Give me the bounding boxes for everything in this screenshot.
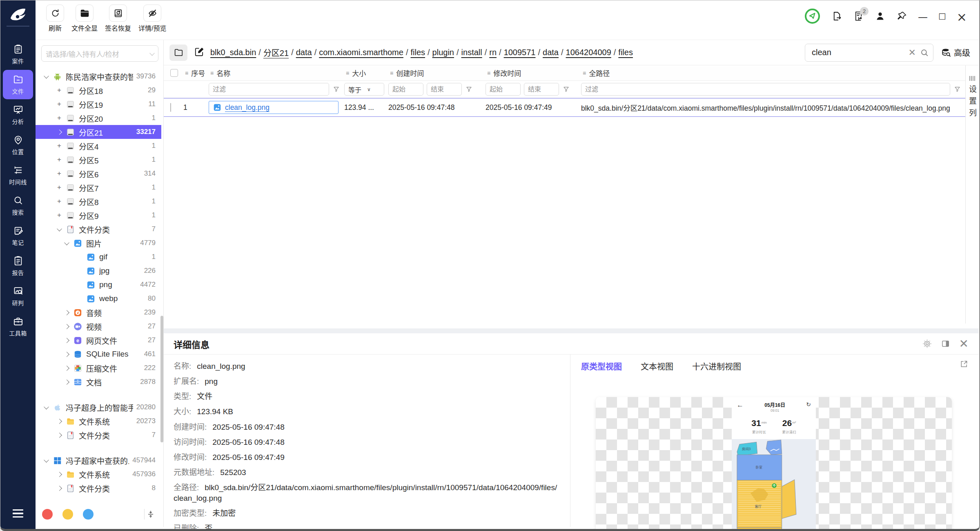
column-header-全路径[interactable]: ≡全路径 [581, 68, 965, 78]
file-name-cell[interactable]: clean_log.png [209, 101, 339, 114]
red-dot-button[interactable] [42, 509, 53, 520]
panel-toggle-icon[interactable] [941, 339, 950, 348]
open-external-icon[interactable] [959, 359, 969, 370]
breadcrumb-segment[interactable]: files [410, 48, 425, 57]
close-detail-icon[interactable]: ✕ [959, 338, 969, 350]
breadcrumb-segment[interactable]: install [461, 48, 482, 57]
sidebar-item-时间线[interactable]: 时间线 [3, 161, 33, 190]
select-all-checkbox[interactable] [170, 69, 178, 77]
chevron-right-icon[interactable] [63, 325, 70, 328]
sidebar-item-位置[interactable]: 位置 [3, 130, 33, 160]
tree-node-jpg[interactable]: jpg226 [36, 264, 161, 278]
sidebar-item-报告[interactable]: 报告 [3, 251, 33, 281]
tree-node-网页文件[interactable]: e网页文件27 [36, 333, 161, 347]
breadcrumb-segment[interactable]: blk0_sda.bin [210, 48, 256, 57]
filter-funnel-icon[interactable] [953, 85, 961, 93]
filter-funnel-icon[interactable] [562, 85, 570, 93]
breadcrumb-segment[interactable]: 1009571 [504, 48, 536, 57]
tree-node-压缩文件[interactable]: 压缩文件222 [36, 361, 161, 375]
chevron-right-icon[interactable] [63, 339, 70, 342]
modified-start-input[interactable] [486, 83, 521, 96]
sidebar-item-文件[interactable]: 文件 [3, 70, 33, 99]
tree-node-分区18[interactable]: +分区1829 [36, 83, 161, 97]
toolbar-button-签名恢复[interactable]: 签名恢复 [105, 4, 131, 33]
table-row[interactable]: 1clean_log.png123.94 ...2025-05-16 09:47… [164, 98, 965, 117]
chevron-down-icon[interactable] [63, 241, 70, 245]
breadcrumb-segment[interactable]: plugin [432, 48, 454, 57]
clear-search-icon[interactable]: ✕ [909, 47, 916, 58]
report-review-icon[interactable]: 2 [853, 11, 864, 23]
filter-funnel-icon[interactable] [465, 85, 473, 93]
chevron-right-icon[interactable] [56, 486, 62, 490]
tree-node-文件分类[interactable]: 文件分类8 [36, 481, 161, 495]
tree-node-分区7[interactable]: +分区71 [36, 181, 161, 194]
sidebar-item-案件[interactable]: 案件 [3, 40, 33, 69]
search-input[interactable] [811, 47, 909, 58]
gear-icon[interactable] [922, 339, 932, 348]
expand-plus-icon[interactable]: + [56, 86, 62, 94]
tree-node-文件分类[interactable]: 文件分类7 [36, 222, 161, 236]
owner-select[interactable]: 请选择/输入持有人/检材 [41, 45, 158, 62]
filter-funnel-icon[interactable] [332, 85, 340, 93]
sidebar-item-工具箱[interactable]: 工具箱 [3, 312, 33, 341]
tree-node-gif[interactable]: gif1 [36, 250, 161, 264]
sidebar-item-搜索[interactable]: 搜索 [3, 191, 33, 220]
chevron-down-icon[interactable] [43, 406, 49, 409]
export-file-icon[interactable] [831, 11, 842, 23]
column-header-大小[interactable]: ≡大小 [344, 68, 388, 78]
sidebar-item-笔记[interactable]: 笔记 [3, 221, 33, 250]
expand-plus-icon[interactable]: + [56, 211, 62, 219]
expand-plus-icon[interactable]: + [56, 100, 62, 108]
modified-end-input[interactable] [524, 83, 559, 96]
user-icon[interactable] [875, 11, 886, 23]
sidebar-item-研判[interactable]: 研判 [3, 281, 33, 311]
notify-green-icon[interactable] [804, 8, 821, 26]
tree-node-文档[interactable]: 文档2878 [36, 375, 161, 389]
minimize-button[interactable]: — [918, 12, 928, 22]
chevron-right-icon[interactable] [63, 380, 70, 384]
breadcrumb-segment[interactable]: rn [489, 48, 497, 57]
tab-原类型视图[interactable]: 原类型视图 [581, 360, 622, 374]
chevron-right-icon[interactable] [63, 366, 70, 370]
blue-dot-button[interactable] [83, 509, 94, 520]
tree-node-png[interactable]: png4472 [36, 278, 161, 292]
pin-icon[interactable] [896, 11, 907, 23]
created-start-input[interactable] [388, 83, 423, 96]
tree-node-分区20[interactable]: +分区201 [36, 111, 161, 125]
tree-scrollbar[interactable] [160, 316, 163, 442]
tree-node-文件系统[interactable]: 文件系统20273 [36, 414, 161, 428]
tree-node-文件系统[interactable]: 文件系统457936 [36, 467, 161, 481]
column-header-修改时间[interactable]: ≡修改时间 [486, 68, 581, 78]
size-operator-select[interactable]: 等于 ∨ [344, 83, 384, 96]
chevron-down-icon[interactable] [43, 459, 49, 462]
column-header-序号[interactable]: ≡序号 [183, 68, 209, 78]
expand-plus-icon[interactable]: + [56, 114, 62, 122]
tree-node-文件分类[interactable]: 文件分类7 [36, 428, 161, 442]
name-filter-input[interactable] [209, 83, 329, 96]
toolbar-button-文件全显[interactable]: 文件全显 [71, 4, 98, 33]
advanced-search-button[interactable]: 高级 [941, 47, 970, 58]
column-header-创建时间[interactable]: ≡创建时间 [388, 68, 486, 78]
column-header-名称[interactable]: ≡名称 [209, 68, 344, 78]
toolbar-button-详情/预览[interactable]: 详情/预览 [138, 4, 166, 33]
tree-node-分区19[interactable]: +分区1911 [36, 97, 161, 111]
expand-plus-icon[interactable]: + [56, 197, 62, 205]
tree-node-SQLite Files[interactable]: SQLite Files461 [36, 347, 161, 361]
tab-文本视图[interactable]: 文本视图 [641, 360, 673, 374]
expand-plus-icon[interactable]: + [56, 170, 62, 178]
chevron-right-icon[interactable] [56, 473, 62, 476]
tree-node-冯子超身上的智能手...[interactable]: 冯子超身上的智能手...20280 [36, 400, 161, 414]
created-end-input[interactable] [427, 83, 462, 96]
tree-node-图片[interactable]: 图片4779 [36, 236, 161, 250]
tree-node-陈民浩家中查获的智能...[interactable]: 陈民浩家中查获的智能...39736 [36, 69, 161, 83]
chevron-right-icon[interactable] [56, 433, 62, 437]
tree-node-分区9[interactable]: +分区91 [36, 208, 161, 222]
preview-image[interactable]: ← 05月16日 09:01 ↻ 31min 累计时长 [732, 397, 816, 531]
breadcrumb-segment[interactable]: files [618, 48, 633, 57]
folder-view-button[interactable] [169, 45, 187, 61]
tree-node-分区21[interactable]: 分区2133217 [36, 125, 161, 139]
expand-plus-icon[interactable]: + [56, 142, 62, 150]
maximize-button[interactable]: ☐ [938, 13, 946, 21]
tree-node-音频[interactable]: 音频239 [36, 306, 161, 319]
breadcrumb-segment[interactable]: com.xiaomi.smarthome [319, 48, 403, 57]
